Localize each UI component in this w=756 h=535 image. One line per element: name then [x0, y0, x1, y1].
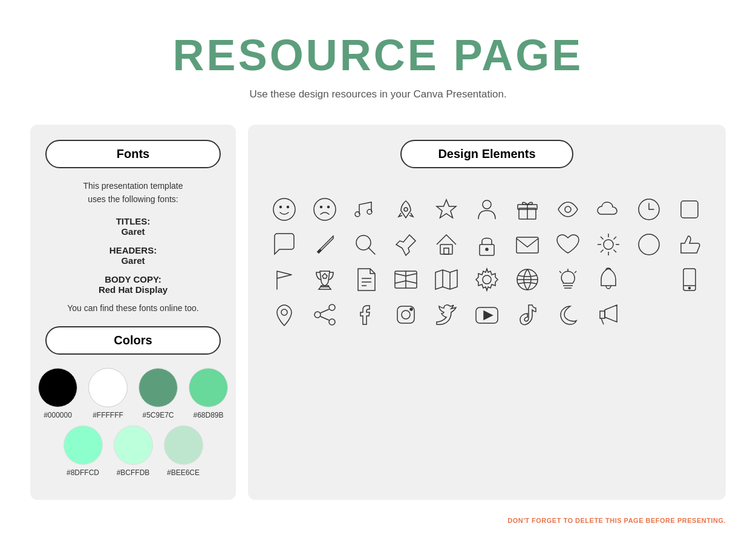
svg-point-2: [287, 206, 288, 208]
color-circle-white: [88, 368, 128, 407]
icon-sun: [591, 231, 627, 258]
left-panel: Fonts This presentation template uses th…: [30, 125, 236, 500]
svg-rect-20: [516, 237, 538, 253]
footer-notice: DON'T FORGET TO DELETE THIS PAGE BEFORE …: [507, 517, 726, 524]
svg-rect-14: [681, 201, 698, 218]
icon-chat: [266, 231, 302, 258]
color-circle-light-mint: [64, 425, 103, 465]
color-circle-medium-green: [189, 368, 228, 407]
svg-point-19: [486, 248, 488, 251]
svg-point-4: [320, 206, 322, 208]
icon-flag: [266, 266, 302, 293]
color-label-light-mint: #8DFFCD: [67, 468, 99, 477]
icon-bulb: [550, 266, 586, 293]
icon-book: [388, 266, 423, 293]
svg-line-58: [601, 318, 604, 324]
svg-rect-16: [440, 245, 452, 254]
svg-point-54: [402, 310, 410, 319]
icon-bell: [591, 266, 627, 293]
svg-line-26: [601, 237, 604, 240]
icons-grid: [266, 196, 708, 328]
svg-line-29: [601, 250, 604, 253]
color-label-soft-mint: #BEE6CE: [167, 468, 200, 477]
icon-trophy: [307, 266, 342, 293]
svg-point-49: [314, 312, 321, 318]
color-label-dark-green: #5C9E7C: [142, 411, 174, 419]
svg-point-21: [604, 240, 613, 249]
color-swatches-row1: #000000 #FFFFFF #5C9E7C #68D89B: [45, 368, 221, 419]
icon-share: [307, 301, 342, 328]
find-fonts-text: You can find these fonts online too.: [45, 303, 221, 313]
svg-line-27: [614, 250, 617, 253]
svg-line-43: [575, 271, 576, 273]
swatch-soft-mint: #BEE6CE: [164, 425, 203, 477]
icon-youtube: [469, 301, 504, 328]
svg-point-8: [404, 208, 408, 211]
icon-pin: [388, 231, 423, 258]
svg-line-52: [321, 317, 329, 320]
svg-point-50: [329, 319, 335, 325]
icon-gear: [469, 266, 504, 293]
svg-point-30: [639, 234, 659, 255]
icon-twitter: [428, 301, 464, 328]
icon-document: [347, 266, 383, 293]
design-elements-header: Design Elements: [400, 140, 573, 168]
icon-map: [428, 266, 464, 293]
colors-header: Colors: [45, 326, 221, 355]
swatch-black: #000000: [38, 368, 77, 419]
svg-line-28: [614, 237, 617, 240]
svg-line-51: [321, 309, 329, 313]
svg-point-5: [327, 206, 329, 208]
svg-point-3: [314, 199, 336, 220]
icon-star: [428, 196, 464, 223]
icon-person: [469, 196, 504, 223]
icon-sad-face: [307, 196, 342, 223]
main-content: Fonts This presentation template uses th…: [0, 125, 756, 500]
color-circle-dark-green: [138, 368, 178, 407]
fonts-description: This presentation template uses the foll…: [45, 179, 221, 206]
fonts-header: Fonts: [45, 140, 221, 168]
svg-point-48: [329, 304, 335, 310]
icon-heart: [550, 231, 586, 258]
icon-megaphone: [591, 301, 627, 328]
font-entry-body: BODY COPY: Red Hat Display: [45, 274, 221, 295]
color-circle-soft-mint: [164, 425, 203, 465]
swatch-medium-green: #68D89B: [189, 368, 228, 419]
swatch-light-mint: #8DFFCD: [64, 425, 103, 477]
icon-thumbsup: [672, 231, 708, 258]
svg-point-0: [273, 199, 295, 220]
icon-cloud: [591, 196, 627, 223]
font-entry-titles: TITLES: Garet: [45, 216, 221, 237]
icon-location: [266, 301, 302, 328]
icon-smiley: [266, 196, 302, 223]
icon-placeholder: [672, 196, 708, 223]
icon-music: [347, 196, 383, 223]
page-title: RESOURCE PAGE: [0, 30, 756, 80]
icon-facebook: [347, 301, 383, 328]
svg-point-36: [483, 275, 491, 284]
svg-point-12: [565, 206, 571, 212]
icon-clock: [631, 196, 667, 223]
font-entry-headers: HEADERS: Garet: [45, 245, 221, 266]
icon-instagram: [388, 301, 423, 328]
icon-placeholder2: [631, 231, 667, 258]
icon-pencil: [307, 231, 342, 258]
color-circle-pale-mint: [114, 425, 153, 465]
icon-mobile: [672, 266, 708, 293]
color-label-black: #000000: [44, 411, 72, 419]
icon-tiktok: [510, 301, 546, 328]
color-circle-black: [38, 368, 77, 407]
icon-globe: [510, 266, 546, 293]
icon-lock: [469, 231, 504, 258]
svg-point-55: [410, 308, 412, 310]
swatch-dark-green: #5C9E7C: [138, 368, 178, 419]
right-panel: Design Elements: [248, 125, 726, 500]
icon-search: [347, 231, 383, 258]
page-subtitle: Use these design resources in your Canva…: [0, 88, 756, 100]
color-swatches-row2: #8DFFCD #BCFFDB #BEE6CE: [45, 425, 221, 477]
color-label-white: #FFFFFF: [93, 411, 123, 419]
svg-rect-17: [444, 248, 449, 254]
swatch-pale-mint: #BCFFDB: [114, 425, 153, 477]
svg-point-47: [281, 309, 287, 315]
color-label-pale-mint: #BCFFDB: [117, 468, 150, 477]
